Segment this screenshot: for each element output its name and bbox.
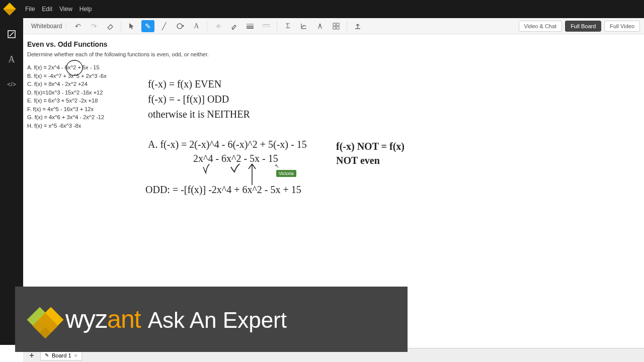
separator: [277, 21, 277, 31]
work-odd-line: ODD: = -[f(x)] -2x^4 + 6x^2 - 5x + 15: [145, 182, 301, 197]
problem-b: B. f(x) = -4x^7 + 3x^5 + 2x^3 -6x: [27, 72, 640, 80]
separator: [347, 21, 347, 31]
problem-h: H. f(x) = x^5 -6x^3 -8x: [27, 122, 640, 130]
undo-icon[interactable]: ↶: [71, 20, 85, 32]
separator: [121, 21, 121, 31]
check-1-annotation: [201, 163, 212, 176]
close-tab-icon[interactable]: ×: [74, 352, 77, 358]
text-mode-icon[interactable]: A: [5, 52, 19, 66]
toolbar: Whiteboard ↶ ↷ ✎ ╱ ▾ A Σ Video & Chat Fu…: [23, 18, 644, 34]
text-tool-icon[interactable]: A: [190, 20, 203, 32]
menu-help[interactable]: Help: [79, 6, 92, 13]
grid-icon[interactable]: [330, 20, 343, 32]
work-a-line1: A. f(-x) = 2(-x)^4 - 6(-x)^2 + 5(-x) - 1…: [148, 137, 307, 152]
svg-rect-13: [337, 27, 339, 29]
problem-list: A. f(x) = 2x^4 - 6x^2 + 5x - 15 B. f(x) …: [27, 63, 640, 130]
problem-c: C. f(x) = 8x^4 - 2x^2 +24: [27, 80, 640, 88]
app-logo-icon: [3, 3, 16, 15]
rules-block: f(-x) = f(x) EVEN f(-x) = - [f(x)] ODD o…: [148, 76, 250, 122]
problem-a: A. f(x) = 2x^4 - 6x^2 + 5x - 15: [27, 63, 640, 72]
code-mode-icon[interactable]: </>: [5, 77, 19, 92]
fill-icon[interactable]: [211, 20, 224, 32]
rule-even: f(-x) = f(x) EVEN: [148, 76, 250, 92]
svg-rect-10: [333, 23, 336, 26]
menu-view[interactable]: View: [59, 6, 72, 13]
line-weight-icon[interactable]: [244, 20, 257, 32]
svg-point-1: [177, 24, 182, 29]
page-subtitle: Determine whether each of the following …: [27, 51, 640, 57]
rule-neither: otherwise it is NEITHER: [148, 107, 250, 122]
note-line2: NOT even: [336, 153, 380, 168]
shape-icon[interactable]: ▾: [174, 20, 187, 32]
pencil-icon[interactable]: ✎: [141, 20, 154, 32]
compass-icon[interactable]: [313, 20, 327, 32]
upload-icon[interactable]: [351, 20, 364, 32]
brand-overlay: wyzant Ask An Expert: [15, 287, 408, 352]
page-title: Even vs. Odd Functions: [27, 40, 640, 48]
pencil-icon: ✎: [45, 352, 49, 358]
graph-icon[interactable]: [297, 20, 310, 32]
whiteboard-mode-icon[interactable]: [5, 27, 19, 41]
check-2-annotation: [229, 163, 242, 175]
problem-d: D. f(x)=10x^3 - 15x^2 -16x +12: [27, 88, 640, 97]
circle-annotation: [64, 58, 85, 77]
line-style-icon[interactable]: [260, 20, 273, 32]
menu-edit[interactable]: Edit: [42, 6, 52, 13]
tab-label: Board 1: [52, 352, 71, 358]
rule-odd: f(-x) = - [f(x)] ODD: [148, 92, 250, 107]
problem-f: F. f(x) = 4x^5 - 16x^3 + 12x: [27, 105, 640, 114]
brand-tagline: Ask An Expert: [148, 308, 287, 333]
full-board-button[interactable]: Full Board: [565, 21, 601, 32]
user-tag: Victoria: [276, 170, 296, 177]
pointer-icon[interactable]: [125, 20, 138, 32]
video-chat-button[interactable]: Video & Chat: [519, 21, 562, 32]
wyzant-logo-icon: [28, 302, 63, 337]
menubar: File Edit View Help: [0, 0, 644, 18]
brand-name: wyzant: [65, 305, 141, 334]
eraser-icon[interactable]: [104, 20, 117, 32]
sigma-icon[interactable]: Σ: [281, 20, 294, 32]
full-video-button[interactable]: Full Video: [604, 21, 640, 32]
line-icon[interactable]: ╱: [157, 20, 171, 32]
svg-rect-11: [337, 23, 339, 26]
note-line1: f(-x) NOT = f(x): [336, 139, 405, 154]
problem-e: E. f(x) = 6x^3 + 5x^2 -2x +18: [27, 97, 640, 105]
svg-point-14: [66, 60, 83, 75]
toolbar-title: Whiteboard: [27, 23, 66, 30]
menu-file[interactable]: File: [25, 6, 35, 13]
problem-g: G. f(x) = 4x^6 + 3x^4 - 2x^2 -12: [27, 113, 640, 122]
cursor-icon: ↖: [275, 163, 279, 169]
highlight-icon[interactable]: [227, 20, 240, 32]
svg-rect-12: [333, 27, 336, 29]
redo-icon[interactable]: ↷: [88, 20, 101, 32]
separator: [207, 21, 207, 31]
